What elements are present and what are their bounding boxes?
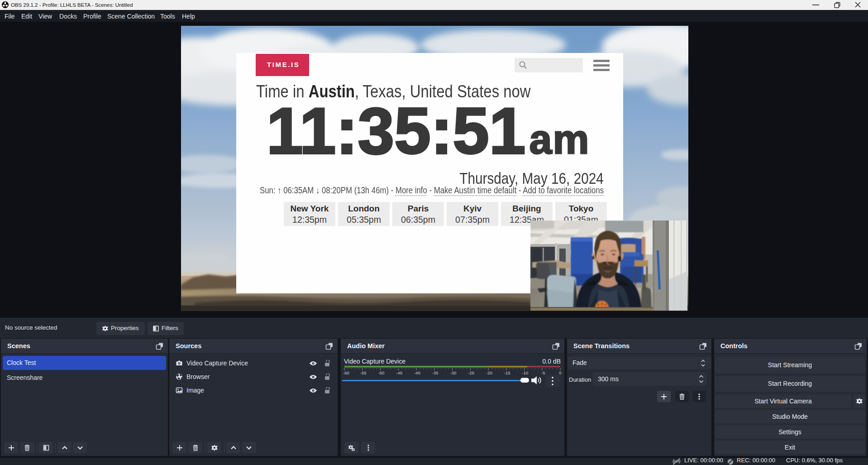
svg-text:0: 0 — [559, 370, 561, 375]
svg-text:-50: -50 — [378, 370, 385, 375]
svg-text:-10: -10 — [522, 370, 529, 375]
svg-text:-45: -45 — [396, 370, 402, 375]
svg-text:-25: -25 — [468, 370, 474, 375]
svg-text:-40: -40 — [414, 370, 420, 375]
svg-text:-15: -15 — [504, 370, 510, 375]
svg-text:-30: -30 — [450, 370, 457, 375]
svg-text:-20: -20 — [486, 370, 492, 375]
svg-text:-35: -35 — [432, 370, 439, 375]
svg-text:-55: -55 — [360, 370, 367, 375]
svg-text:-60: -60 — [343, 370, 349, 375]
svg-text:-5: -5 — [541, 370, 545, 375]
